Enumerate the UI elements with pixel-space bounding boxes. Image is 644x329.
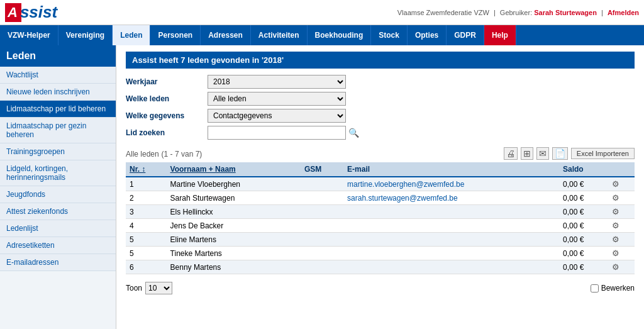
sidebar-item-lidmaatschap-gezin[interactable]: Lidmaatschap per gezin beheren [0,118,116,143]
bottom-bar: Toon 10 25 50 100 Bewerken [126,279,635,294]
table-row: 3 Els Hellinckx 0,00 € ⚙ [126,205,635,219]
sidebar-item-adresetiketten[interactable]: Adresetiketten [0,237,116,254]
result-header: Assist heeft 7 leden gevonden in '2018' [126,52,635,69]
bewerken-checkbox[interactable] [591,284,599,293]
sidebar: Leden Wachtlijst Nieuwe leden inschrijve… [0,45,116,329]
lid-zoeken-input[interactable] [208,126,346,140]
cell-email [343,247,559,260]
grid-icon[interactable]: ⊞ [521,147,533,160]
col-gsm: GSM [301,162,343,177]
table-row: 5 Tineke Martens 0,00 € ⚙ [126,247,635,260]
sort-nr-link[interactable]: Nr. ↕ [130,165,145,174]
sort-naam-link[interactable]: Voornaam + Naam [170,165,236,174]
cell-gsm [301,247,343,260]
cell-gear: ⚙ [608,219,635,233]
gear-icon[interactable]: ⚙ [612,193,619,203]
sidebar-title: Leden [0,45,116,67]
gear-icon[interactable]: ⚙ [612,235,619,244]
lid-zoeken-row: Lid zoeken 🔍 [126,126,635,140]
nav-vzwhelper[interactable]: VZW-Helper [0,25,58,45]
sidebar-item-wachtlijst[interactable]: Wachtlijst [0,67,116,84]
cell-gear: ⚙ [608,205,635,219]
cell-naam: Sarah Sturtewagen [167,191,301,205]
toon-label: Toon [126,284,142,293]
logo-blue: ssist [20,3,57,22]
cell-gear: ⚙ [608,191,635,205]
gear-icon[interactable]: ⚙ [612,262,619,272]
print-icon[interactable]: 🖨 [504,147,518,160]
nav-stock[interactable]: Stock [371,25,408,45]
search-icon[interactable]: 🔍 [348,128,359,138]
nav-activiteiten[interactable]: Activiteiten [251,25,308,45]
col-nr: Nr. ↕ [126,162,167,177]
sidebar-item-attest[interactable]: Attest ziekenfonds [0,203,116,220]
gear-icon[interactable]: ⚙ [612,179,619,189]
welke-gegevens-row: Welke gegevens Contactgegevens Adresgege… [126,109,635,123]
nav-personen[interactable]: Personen [150,25,201,45]
cell-email [343,205,559,219]
cell-nr: 1 [126,177,167,191]
welke-leden-select[interactable]: Alle leden Actieve leden Inactieve leden [208,92,346,106]
nav-gdpr[interactable]: GDPR [447,25,484,45]
welke-gegevens-label: Welke gegevens [126,111,208,120]
cell-saldo: 0,00 € [559,205,608,219]
cell-gsm [301,177,343,191]
cell-nr: 5 [126,247,167,260]
cell-gear: ⚙ [608,177,635,191]
cell-gsm [301,233,343,247]
werkjaar-control: 2018 2017 2016 [208,75,346,89]
sidebar-item-nieuwe-leden[interactable]: Nieuwe leden inschrijven [0,84,116,101]
welke-gegevens-control: Contactgegevens Adresgegevens Overige [208,109,346,123]
nav-opties[interactable]: Opties [408,25,447,45]
nav-help[interactable]: Help [484,25,516,45]
sidebar-item-lidmaatschap-lid[interactable]: Lidmaatschap per lid beheren [0,101,116,118]
col-actions [608,162,635,177]
welke-gegevens-select[interactable]: Contactgegevens Adresgegevens Overige [208,109,346,123]
bewerken-label[interactable]: Bewerken [601,284,635,293]
content-area: Assist heeft 7 leden gevonden in '2018' … [116,45,644,329]
welke-leden-label: Welke leden [126,94,208,103]
table-title: Alle leden (1 - 7 van 7) [126,148,202,159]
welke-leden-row: Welke leden Alle leden Actieve leden Ina… [126,92,635,106]
table-title-text: Alle leden [126,150,159,159]
sidebar-item-emailadressen[interactable]: E-mailadressen [0,254,116,271]
cell-gear: ⚙ [608,233,635,247]
nav-leden[interactable]: Leden [113,25,150,45]
filter-form: Werkjaar 2018 2017 2016 Welke leden Alle… [126,75,635,140]
werkjaar-label: Werkjaar [126,77,208,86]
cell-nr: 4 [126,219,167,233]
cell-saldo: 0,00 € [559,219,608,233]
sidebar-item-trainingsgroepen[interactable]: Trainingsgroepen [0,143,116,160]
user-name-link[interactable]: Sarah Sturtewagen [534,9,597,16]
nav-adressen[interactable]: Adressen [201,25,251,45]
gear-icon[interactable]: ⚙ [612,207,619,216]
email-icon[interactable]: ✉ [536,147,549,160]
top-bar: A ssist Vlaamse Zwemfederatie VZW | Gebr… [0,0,644,25]
cell-naam: Jens De Backer [167,219,301,233]
werkjaar-select[interactable]: 2018 2017 2016 [208,75,346,89]
cell-saldo: 0,00 € [559,233,608,247]
sidebar-item-lidgeld[interactable]: Lidgeld, kortingen, herinneringsmails [0,160,116,186]
cell-email [343,260,559,274]
logout-link[interactable]: Afmelden [608,9,639,16]
email-link[interactable]: sarah.sturtewagen@zwemfed.be [347,194,458,203]
email-link[interactable]: martine.vloeberghen@zwemfed.be [347,180,464,189]
nav-boekhouding[interactable]: Boekhouding [308,25,372,45]
gear-icon[interactable]: ⚙ [612,248,619,258]
col-naam: Voornaam + Naam [167,162,301,177]
org-name: Vlaamse Zwemfederatie VZW [397,9,489,16]
excel-import-button[interactable]: Excel Importeren [571,148,635,159]
col-email: E-mail [343,162,559,177]
cell-gsm [301,205,343,219]
pdf-icon[interactable]: 📄 [552,147,568,160]
sidebar-item-jeugdfonds[interactable]: Jeugdfonds [0,186,116,203]
sidebar-item-ledenlijst[interactable]: Ledenlijst [0,220,116,237]
nav-bar: VZW-Helper Vereniging Leden Personen Adr… [0,25,644,45]
col-saldo: Saldo [559,162,608,177]
toon-select[interactable]: 10 25 50 100 [145,282,172,294]
gear-icon[interactable]: ⚙ [612,221,619,230]
nav-vereniging[interactable]: Vereniging [58,25,113,45]
cell-email: martine.vloeberghen@zwemfed.be [343,177,559,191]
cell-saldo: 0,00 € [559,247,608,260]
cell-naam: Martine Vloeberghen [167,177,301,191]
